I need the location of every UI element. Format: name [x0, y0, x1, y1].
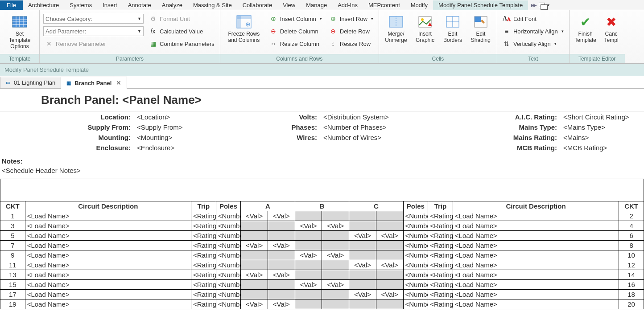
col-trip-right: Trip	[428, 201, 453, 211]
menu-addins[interactable]: Add-Ins	[332, 0, 363, 10]
menu-massing-site[interactable]: Massing & Site	[188, 0, 237, 10]
freeze-label: Freeze Rows and Columns	[228, 31, 260, 43]
dropdown-icon[interactable]: ▾	[548, 3, 549, 7]
value-location[interactable]: <Location>	[134, 112, 240, 122]
notes-label: Notes:	[0, 153, 644, 166]
ribbon-group-template: Set Template Options Template	[0, 10, 40, 63]
ribbon-group-text: AᴀEdit Font ≡Horizontally Align▾ ⇅Vertic…	[497, 10, 570, 63]
table-row[interactable]: 7<Load Name><Rating<Numbe<Val><Val><Numb…	[0, 241, 644, 250]
col-ckt-right: CKT	[619, 201, 644, 211]
ribbon-group-parameters: Choose Category:▼ Add Parameter:▼ ✕Remov…	[40, 10, 220, 63]
value-volts[interactable]: <Distribution System>	[320, 112, 426, 122]
table-row[interactable]: 1<Load Name><Rating<Numbe<Val><Val><Numb…	[0, 211, 644, 221]
format-unit-icon: ⚙	[149, 15, 157, 23]
valign-icon: ⇅	[503, 40, 511, 48]
combine-parameters-icon: ▦	[149, 40, 157, 48]
font-icon: Aᴀ	[503, 15, 511, 23]
table-row[interactable]: 19<Load Name><Rating<Numbe<Val><Val><Num…	[0, 299, 644, 309]
value-aic[interactable]: <Short Circuit Rating>	[560, 112, 644, 122]
resize-column-button[interactable]: ↔Resize Column	[268, 39, 324, 49]
finish-template-button[interactable]: ✔Finish Template	[573, 12, 598, 54]
calculated-value-button[interactable]: fxCalculated Value	[147, 26, 216, 36]
svg-rect-20	[475, 16, 481, 22]
col-phase-a: A	[241, 201, 295, 211]
set-template-options-label: Set Template Options	[4, 31, 35, 49]
close-icon[interactable]: ✕	[116, 79, 121, 86]
menu-insert[interactable]: Insert	[97, 0, 123, 10]
table-row[interactable]: 3<Load Name><Rating<Numbe<Val><Val><Numb…	[0, 221, 644, 231]
ribbon-group-editor-label: Template Editor	[570, 54, 625, 63]
ribbon-group-template-editor: ✔Finish Template ✖Canc Templ Template Ed…	[570, 10, 625, 63]
window-cascade-icon[interactable]	[539, 3, 545, 7]
label-enclosure: Enclosure:	[0, 143, 134, 153]
menu-systems[interactable]: Systems	[64, 0, 97, 10]
document-tab-bar: ▭01 Lighting Plan ▦Branch Panel✕	[0, 76, 644, 89]
label-wires: Wires:	[240, 132, 320, 143]
svg-rect-9	[237, 16, 251, 19]
merge-unmerge-button[interactable]: Merge/ Unmerge	[383, 12, 409, 54]
set-template-options-button[interactable]: Set Template Options	[4, 12, 36, 54]
choose-category-combo[interactable]: Choose Category:▼	[43, 14, 144, 24]
value-supply[interactable]: <Supply From>	[134, 122, 240, 132]
table-row[interactable]: 5<Load Name><Rating<Numbe<Val><Val><Numb…	[0, 231, 644, 241]
ribbon-group-cells: Merge/ Unmerge Insert Graphic Edit Borde…	[379, 10, 497, 63]
shading-icon	[473, 14, 489, 30]
insert-graphic-button[interactable]: Insert Graphic	[413, 12, 437, 54]
value-mcb[interactable]: <MCB Rating>	[560, 143, 644, 153]
value-mains-type[interactable]: <Mains Type>	[560, 122, 644, 132]
value-phases[interactable]: <Number of Phases>	[320, 122, 426, 132]
resize-row-icon: ↕	[329, 40, 337, 48]
menu-annotate[interactable]: Annotate	[123, 0, 157, 10]
notes-value[interactable]: <Schedule Header Notes>	[0, 166, 644, 179]
menu-analyze[interactable]: Analyze	[157, 0, 188, 10]
cancel-template-button[interactable]: ✖Canc Templ	[602, 12, 621, 54]
table-row[interactable]: 13<Load Name><Rating<Numbe<Val><Val><Num…	[0, 270, 644, 280]
menu-collaborate[interactable]: Collaborate	[237, 0, 278, 10]
value-wires[interactable]: <Number of Wires>	[320, 132, 426, 143]
menu-mepcontent[interactable]: MEPcontent	[363, 0, 405, 10]
combine-parameters-button[interactable]: ▦Combine Parameters	[147, 39, 216, 49]
menu-file[interactable]: File	[0, 0, 23, 10]
format-unit-button[interactable]: ⚙Format Unit	[147, 14, 216, 24]
insert-row-button[interactable]: ⊕Insert Row▾	[327, 14, 375, 24]
resize-row-button[interactable]: ↕Resize Row	[327, 39, 375, 49]
delete-row-button[interactable]: ⊖Delete Row	[327, 26, 375, 36]
menu-architecture[interactable]: Architecture	[23, 0, 64, 10]
label-supply: Supply From:	[0, 122, 134, 132]
circuit-schedule-table[interactable]: CKT Circuit Description Trip Poles A B C…	[0, 179, 644, 309]
insert-column-button[interactable]: ⊕Insert Column▾	[268, 14, 324, 24]
value-mains-rating[interactable]: <Mains>	[560, 132, 644, 143]
table-row[interactable]: 9<Load Name><Rating<Numbe<Val><Val><Numb…	[0, 250, 644, 260]
menu-modify-panel-schedule-template[interactable]: Modify Panel Schedule Template	[433, 0, 528, 10]
delete-column-button[interactable]: ⊖Delete Column	[268, 26, 324, 36]
menu-manage[interactable]: Manage	[301, 0, 332, 10]
remove-parameter-button[interactable]: ✕Remove Parameter	[43, 39, 144, 49]
tab-lighting-plan[interactable]: ▭01 Lighting Plan	[0, 77, 61, 88]
schedule-icon: ▦	[66, 80, 72, 86]
label-phases: Phases:	[240, 122, 320, 132]
freeze-rows-columns-button[interactable]: ❄ Freeze Rows and Columns	[224, 12, 264, 54]
value-mounting[interactable]: <Mounting>	[134, 132, 240, 143]
vertically-align-button[interactable]: ⇅Vertically Align▾	[501, 39, 566, 49]
label-location: Location:	[0, 112, 134, 122]
table-row[interactable]: 15<Load Name><Rating<Numbe<Val><Val><Num…	[0, 280, 644, 290]
edit-shading-button[interactable]: Edit Shading	[468, 12, 493, 54]
label-mains-type: Mains Type:	[426, 122, 560, 132]
edit-font-button[interactable]: AᴀEdit Font	[501, 14, 566, 24]
table-row[interactable]: 17<Load Name><Rating<Numbe<Val><Val><Num…	[0, 290, 644, 299]
ribbon-group-cells-label: Cells	[379, 54, 497, 63]
ribbon-group-text-label: Text	[497, 54, 569, 63]
panel-title: Branch Panel: <Panel Name>	[0, 89, 644, 112]
add-parameter-combo[interactable]: Add Parameter:▼	[43, 26, 144, 36]
tab-branch-panel[interactable]: ▦Branch Panel✕	[61, 77, 127, 89]
col-desc-right: Circuit Description	[453, 201, 619, 211]
value-enclosure[interactable]: <Enclosure>	[134, 143, 240, 153]
col-phase-c: C	[349, 201, 403, 211]
menu-modify[interactable]: Modify	[405, 0, 433, 10]
template-options-icon	[12, 14, 28, 30]
edit-borders-button[interactable]: Edit Borders	[441, 12, 465, 54]
arrows-icon[interactable]: ▶▶	[531, 3, 536, 8]
menu-view[interactable]: View	[277, 0, 301, 10]
horizontally-align-button[interactable]: ≡Horizontally Align▾	[501, 26, 566, 36]
table-row[interactable]: 11<Load Name><Rating<Numbe<Val><Val><Num…	[0, 260, 644, 270]
